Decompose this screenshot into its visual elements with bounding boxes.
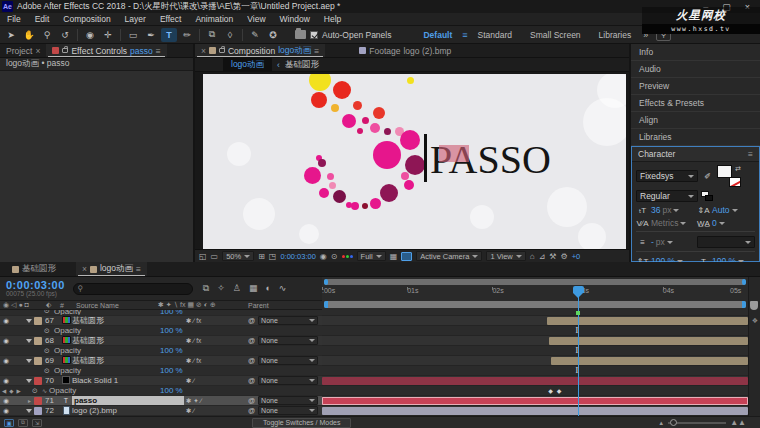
pan-behind-tool[interactable]: ✛ (100, 28, 116, 42)
roto-brush-tool[interactable]: ✎ (247, 28, 263, 42)
panel-menu-icon[interactable]: ≡ (314, 46, 319, 56)
menu-file[interactable]: File (0, 14, 28, 24)
timeline-track-row[interactable]: I (322, 326, 748, 336)
work-area-bar[interactable] (324, 301, 746, 308)
stroke-style-select[interactable] (697, 236, 755, 248)
shape-tool[interactable]: ▭ (125, 28, 141, 42)
type-tool[interactable]: T (161, 28, 177, 42)
resolution-select[interactable]: Full (357, 251, 386, 261)
crumb-current-comp[interactable]: logo动画 (223, 58, 272, 72)
clone-stamp-tool[interactable]: ⧉ (204, 28, 220, 42)
property-value[interactable]: 100 % (160, 326, 183, 335)
zoom-select[interactable]: 50% (222, 251, 254, 261)
brush-tool[interactable]: ✏ (179, 28, 195, 42)
menu-effect[interactable]: Effect (153, 14, 189, 24)
puppet-pin-tool[interactable]: ✪ (265, 28, 281, 42)
comp-marker-icon[interactable] (750, 301, 758, 310)
expander-triangle-icon[interactable] (26, 359, 32, 363)
timeline-track-row[interactable] (322, 356, 748, 366)
menu-composition[interactable]: Composition (56, 14, 117, 24)
layer-switches[interactable]: ✱ ∕ fx (186, 337, 248, 345)
eye-icon[interactable]: ◉ (0, 397, 12, 405)
timeline-track-row[interactable] (322, 336, 748, 346)
layer-duration-bar[interactable] (322, 377, 748, 385)
layer-label-swatch[interactable] (34, 317, 42, 325)
stopwatch-icon[interactable]: ⊙ (40, 310, 54, 315)
sidebar-panel-effects-presets[interactable]: Effects & Presets (631, 95, 760, 112)
show-snapshot-icon[interactable]: ⊙ (331, 252, 338, 261)
sidebar-panel-libraries[interactable]: Libraries (631, 129, 760, 146)
font-size-value[interactable]: 36 (651, 205, 660, 215)
close-tab-icon[interactable]: × (82, 264, 87, 274)
kerning-value[interactable]: Metrics (651, 218, 678, 228)
panel-menu-icon[interactable]: ≡ (748, 149, 753, 159)
parent-select[interactable]: None (258, 406, 318, 415)
comp-button-icon[interactable]: ❖ (752, 317, 758, 325)
snapshot-icon[interactable]: ◉ (320, 252, 327, 261)
camera-tool[interactable]: ◉ (82, 28, 98, 42)
layer-row[interactable]: ◉67基础圆形✱ ∕ fx@None (0, 316, 322, 326)
layer-switches[interactable]: ✱ ✦ ∕ (186, 397, 248, 405)
eye-icon[interactable]: ◉ (0, 407, 12, 415)
layer-name[interactable]: logo (2).bmp (72, 406, 186, 415)
stopwatch-icon[interactable]: ⊙ (40, 367, 54, 375)
leading-value[interactable]: Auto (712, 205, 730, 215)
keyframe-icon[interactable]: I (576, 347, 579, 355)
property-name[interactable]: Opacity (49, 386, 109, 395)
swap-fill-stroke-icon[interactable]: ⇄ (735, 165, 741, 173)
pen-tool[interactable]: ✒ (143, 28, 159, 42)
expander-triangle-icon[interactable] (26, 379, 32, 383)
timeline-tab-base-comp[interactable]: 基础圆形 (6, 262, 62, 276)
zoom-slider-track[interactable] (668, 422, 726, 424)
timeline-track-row[interactable] (322, 406, 748, 416)
property-row[interactable]: ⊙Opacity100 % (0, 366, 322, 376)
source-name-header[interactable]: Source Name (76, 302, 158, 309)
layer-switches[interactable]: ✱ ∕ (186, 377, 248, 385)
layer-duration-bar[interactable] (322, 407, 748, 415)
chevron-down-icon[interactable] (667, 241, 673, 244)
timeline-track-row[interactable]: ◆◆ (322, 386, 748, 396)
show-channel-icon[interactable] (342, 255, 353, 258)
layer-name[interactable]: Black Solid 1 (72, 376, 186, 385)
property-value[interactable]: 100 % (160, 366, 183, 375)
parent-select[interactable]: None (258, 396, 318, 405)
zoom-slider-knob[interactable] (670, 419, 677, 426)
crumb-parent-comp[interactable]: 基础圆形 (285, 59, 319, 71)
pick-whip-icon[interactable]: @ (248, 317, 255, 324)
draft-3d-icon[interactable]: ✧ (217, 283, 225, 294)
expander-triangle-icon[interactable] (26, 339, 32, 343)
region-of-interest-icon[interactable]: ◳ (269, 252, 277, 261)
hide-shy-layers-icon[interactable]: ♙ (233, 283, 241, 294)
layer-name[interactable]: 基础圆形 (72, 355, 186, 366)
zoom-tool[interactable]: ⚲ (39, 28, 55, 42)
eye-icon[interactable]: ◉ (0, 337, 12, 345)
pixel-aspect-icon[interactable]: ⌂ (530, 252, 535, 261)
pick-whip-icon[interactable]: @ (248, 397, 255, 404)
collapsed-arrow-icon[interactable]: ► (27, 398, 32, 404)
eyedropper-icon[interactable]: ✐ (701, 172, 714, 181)
panel-menu-icon[interactable]: ≡ (136, 264, 141, 274)
layer-row[interactable]: ◉70Black Solid 1✱ ∕@None (0, 376, 322, 386)
sidebar-panel-audio[interactable]: Audio (631, 61, 760, 78)
layer-name[interactable]: 基础圆形 (72, 315, 186, 326)
menu-view[interactable]: View (240, 14, 272, 24)
composition-viewer[interactable]: PASSO (195, 72, 629, 249)
pick-whip-icon[interactable]: @ (248, 407, 255, 414)
menu-edit[interactable]: Edit (28, 14, 57, 24)
property-name[interactable]: Opacity (54, 326, 114, 335)
grid-guides-icon[interactable]: ⊞ (258, 252, 265, 261)
parent-header[interactable]: Parent (248, 302, 269, 309)
layer-row[interactable]: ◉69基础圆形✱ ∕ fx@None (0, 356, 322, 366)
lock-icon[interactable] (219, 48, 225, 53)
property-name[interactable]: Opacity (54, 346, 114, 355)
parent-select[interactable]: None (258, 336, 318, 345)
property-value[interactable]: 100 % (160, 346, 183, 355)
workspace-standard[interactable]: Standard (470, 30, 521, 40)
tab-effect-controls[interactable]: Effect Controls passo ≡ (46, 44, 166, 57)
stroke-color-swatch[interactable] (729, 177, 741, 187)
layer-label-swatch[interactable] (34, 377, 42, 385)
bw-swatch-icon[interactable] (701, 191, 713, 201)
stopwatch-icon[interactable]: ⊙ (40, 347, 54, 355)
pick-whip-icon[interactable]: @ (248, 357, 255, 364)
expander-triangle-icon[interactable] (26, 409, 32, 413)
